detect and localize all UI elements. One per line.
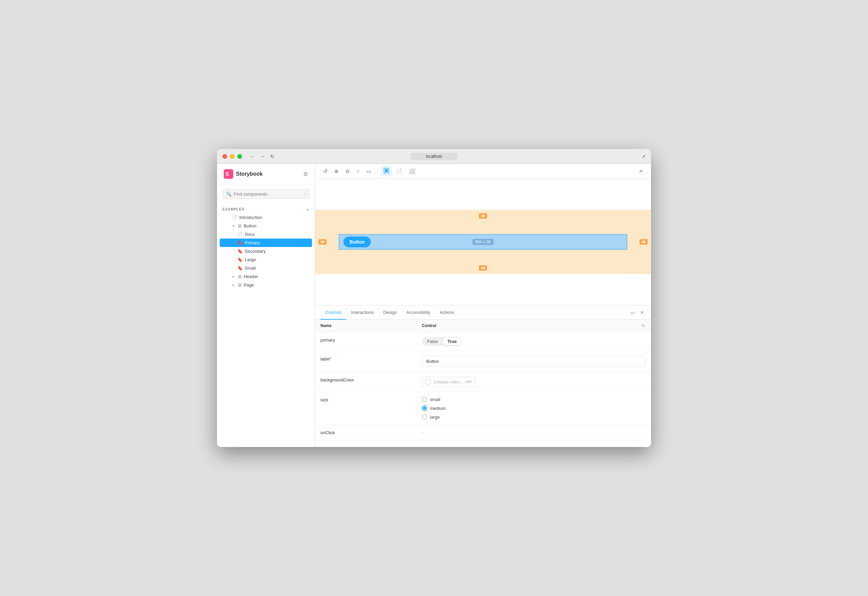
control-row-label: label* (315, 351, 651, 372)
col-name-header: Name (320, 323, 422, 328)
preview-button[interactable]: Button (343, 236, 371, 247)
minimize-button[interactable] (230, 154, 235, 159)
toggle-primary[interactable]: False True (422, 337, 462, 346)
close-button[interactable] (222, 154, 227, 159)
canvas-view-button[interactable] (381, 166, 392, 176)
component-icon: ⊞ (238, 223, 242, 229)
radio-medium[interactable]: medium (422, 406, 646, 411)
sidebar-header: S Storybook ⚙ (217, 164, 315, 184)
back-button[interactable]: ← (249, 153, 256, 160)
external-link-button[interactable]: ↗ (642, 154, 646, 159)
story-icon: 🔖 (237, 266, 243, 271)
zoom-reset-button[interactable]: ○ (354, 166, 362, 176)
remount-button[interactable]: ↺ (320, 166, 330, 176)
section-label: EXAMPLES (222, 207, 244, 211)
tab-actions[interactable]: Actions (435, 306, 459, 320)
radio-large[interactable]: large (422, 414, 646, 420)
component-wrapper: Button 854 x 36 (339, 234, 627, 250)
sidebar-item-small[interactable]: 🔖 Small (220, 264, 312, 272)
sidebar-item-label: Docs (245, 232, 255, 237)
docs-view-button[interactable]: 📄 (393, 166, 405, 176)
component-icon: ⊞ (238, 282, 242, 288)
refresh-button[interactable]: ↻ (269, 153, 276, 160)
sidebar-item-button[interactable]: ▼ ⊞ Button (220, 222, 312, 230)
search-icon: 🔍 (226, 192, 232, 197)
panel-area: Controls Interactions Design Accessibili… (315, 305, 651, 447)
toggle-option-true[interactable]: True (443, 338, 461, 345)
svg-text:S: S (226, 171, 229, 177)
maximize-button[interactable] (237, 154, 242, 159)
toggle-option-false[interactable]: False (422, 338, 443, 345)
radio-small[interactable]: small (422, 397, 646, 402)
control-name-label: label* (320, 356, 422, 361)
sidebar-item-page[interactable]: ► ⊞ Page (220, 281, 312, 289)
responsive-button[interactable]: ⬜ (406, 166, 418, 176)
control-value-primary: False True (422, 337, 646, 346)
traffic-lights (222, 154, 242, 159)
control-name-backgroundcolor: backgroundColor (320, 377, 422, 382)
zoom-out-button[interactable]: ⊖ (343, 166, 353, 176)
story-icon: 🔖 (237, 249, 243, 254)
tab-controls[interactable]: Controls (320, 306, 346, 320)
component-icon: ⊞ (238, 274, 242, 279)
control-row-backgroundcolor: backgroundColor Choose color... </> (315, 372, 651, 392)
size-label: 854 x 36 (472, 239, 493, 245)
search-bar[interactable]: 🔍 / (222, 189, 309, 199)
radio-circle-large (422, 414, 427, 420)
sidebar-item-secondary[interactable]: 🔖 Secondary (220, 247, 312, 255)
tab-design[interactable]: Design (379, 306, 402, 320)
control-row-onclick: onClick - (315, 425, 651, 440)
sidebar-item-introduction[interactable]: 📄 Introduction (220, 213, 312, 222)
external-link-button[interactable]: ↗ (636, 166, 646, 176)
canvas-preview: 48 48 Button 854 x 36 48 48 (315, 210, 651, 274)
color-code-button[interactable]: </> (466, 379, 471, 384)
sidebar-item-label: Primary (245, 240, 260, 245)
panel-tabs: Controls Interactions Design Accessibili… (315, 305, 651, 320)
panel-close-button[interactable]: ✕ (639, 308, 646, 317)
controls-table: Name Control ↻ primary False True (315, 320, 651, 447)
forward-button[interactable]: → (259, 153, 266, 160)
color-picker[interactable]: Choose color... </> (422, 377, 475, 387)
label-input[interactable] (422, 356, 646, 367)
margin-top-label: 48 (479, 213, 487, 218)
radio-circle-small (422, 397, 427, 402)
panel-actions: ▭ ✕ (629, 308, 646, 317)
tab-accessibility[interactable]: Accessibility (402, 306, 435, 320)
margin-bottom-label: 48 (479, 265, 487, 271)
story-icon: 🔖 (237, 240, 243, 245)
control-value-label (422, 356, 646, 367)
tab-interactions[interactable]: Interactions (346, 306, 378, 320)
control-value-onclick: - (422, 429, 646, 435)
reset-all-button[interactable]: ↻ (642, 323, 646, 328)
logo-area: S Storybook (224, 169, 263, 179)
sidebar-item-label: Secondary (245, 249, 266, 254)
storybook-logo-icon: S (224, 169, 233, 179)
control-name-onclick: onClick (320, 429, 422, 435)
titlebar: ← → ↻ localhost ↗ (217, 149, 651, 164)
margin-left-label: 48 (318, 239, 326, 245)
expand-icon: ► (232, 275, 235, 279)
sidebar-item-label: Small (245, 266, 256, 271)
url-bar[interactable]: localhost (410, 153, 458, 160)
margin-right-label: 48 (639, 239, 648, 245)
section-header-examples[interactable]: EXAMPLES ▲ (217, 205, 315, 213)
panel-expand-button[interactable]: ▭ (629, 308, 636, 317)
sidebar-item-docs[interactable]: 📄 Docs (220, 230, 312, 239)
zoom-in-button[interactable]: ⊕ (332, 166, 341, 176)
search-shortcut: / (304, 192, 306, 196)
story-icon: 🔖 (237, 257, 243, 262)
logo-text: Storybook (236, 171, 263, 177)
control-name-size: size (320, 397, 422, 403)
canvas-area: 48 48 Button 854 x 36 48 48 (315, 179, 651, 305)
sidebar-item-header[interactable]: ► ⊞ Header (220, 272, 312, 281)
control-name-primary: primary (320, 337, 422, 342)
fullscreen-button[interactable]: ▭ (364, 166, 374, 176)
sidebar-item-primary[interactable]: 🔖 Primary (220, 239, 312, 247)
expand-icon: ▼ (232, 224, 235, 228)
required-star: * (329, 357, 331, 361)
search-input[interactable] (233, 192, 303, 197)
sidebar-item-label: Large (245, 257, 256, 262)
sidebar-item-large[interactable]: 🔖 Large (220, 255, 312, 264)
settings-button[interactable]: ⚙ (303, 171, 308, 177)
chevron-icon: ▲ (306, 208, 309, 211)
